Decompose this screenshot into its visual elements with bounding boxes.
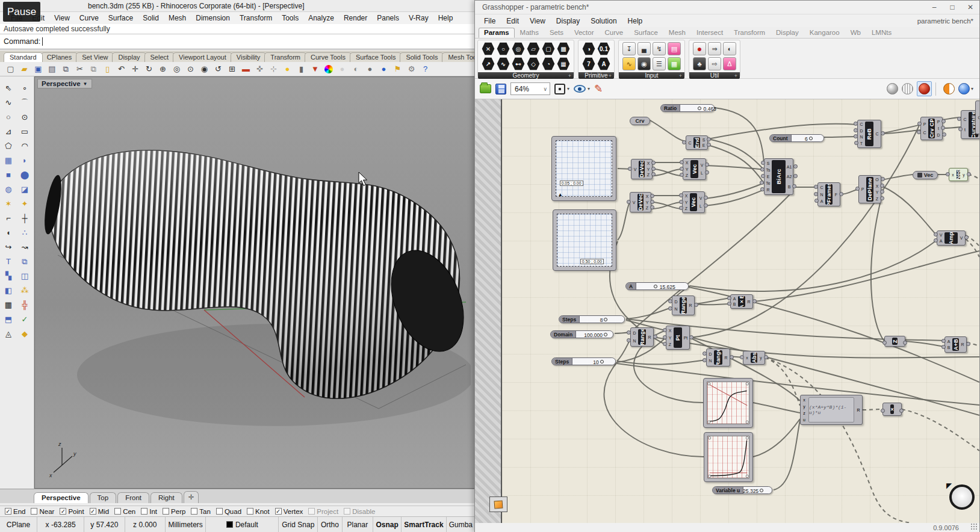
osnap-tan[interactable]: Tan — [191, 508, 211, 515]
surface-blend-icon[interactable]: ◗ — [17, 153, 33, 167]
status-osnap[interactable]: Osnap — [373, 517, 402, 532]
osnap-end[interactable]: ✓End — [5, 508, 25, 515]
gh-menu-display[interactable]: Display — [551, 16, 585, 26]
surface-cp-icon[interactable]: ▦ — [1, 153, 16, 167]
aids-icon[interactable]: ✜ — [254, 63, 265, 75]
circle-icon[interactable]: ○ — [1, 110, 16, 124]
polygon-icon[interactable]: ⬠ — [1, 139, 16, 153]
gh-tab-maths[interactable]: Maths — [515, 28, 544, 38]
gear-icon[interactable]: ⚙ — [406, 63, 417, 75]
graph-plot[interactable] — [707, 436, 749, 478]
zoom-focus-icon[interactable] — [554, 84, 565, 94]
solid-tools-icon[interactable]: ◧ — [1, 283, 16, 297]
expand-icon[interactable]: + — [609, 73, 612, 79]
negative[interactable]: xNegy — [949, 168, 968, 181]
perspective-viewport[interactable]: Perspective▼ — [34, 76, 476, 489]
relay-icon[interactable]: ⇒ — [708, 42, 721, 55]
rotate-icon[interactable]: ↺ — [212, 63, 224, 75]
range-3[interactable]: DNRangeR — [706, 348, 730, 367]
viewport-title[interactable]: Perspective▼ — [37, 79, 92, 88]
status-default[interactable]: Default — [206, 517, 279, 532]
gh-tab-curve[interactable]: Curve — [600, 28, 629, 38]
toolbar-tab-mesh-tools[interactable]: Mesh Tools — [442, 52, 476, 62]
slider-track[interactable]: 100.000 — [576, 331, 613, 338]
lamp-icon[interactable]: ● — [282, 63, 293, 75]
menu-transform[interactable]: Transform — [235, 13, 277, 23]
gh-menu-edit[interactable]: Edit — [501, 16, 524, 26]
vector-xyz-2[interactable]: XYZVecVL — [682, 191, 705, 213]
domain-slider[interactable]: Domain100.000 — [550, 330, 613, 338]
pan-icon[interactable]: ✛ — [129, 63, 141, 75]
point-icon[interactable]: ∘ — [17, 81, 33, 95]
viewport-tab-front[interactable]: Front — [117, 492, 149, 503]
toolbar-tab-transform[interactable]: Transform — [264, 52, 306, 62]
addition[interactable]: ABA+BR — [944, 336, 967, 353]
toolbar-tab-set-view[interactable]: Set View — [76, 52, 114, 62]
layout-icon[interactable]: ▚ — [1, 269, 16, 283]
zoom-level-select[interactable]: 64%∨ — [510, 82, 550, 95]
deconstruct-vector-1[interactable]: VDeVecXYZ — [631, 159, 653, 179]
flask-icon[interactable]: Δ — [723, 57, 736, 70]
meshbox-param-icon[interactable]: ▩ — [557, 42, 570, 55]
slider-track[interactable]: 15.625 — [636, 283, 688, 289]
curve-param-icon[interactable]: ∿ — [497, 57, 510, 70]
vector-xyz-1[interactable]: XYZVecVL — [683, 158, 706, 180]
copy-file-icon[interactable]: ⧉ — [60, 63, 72, 75]
checkbox-vertex[interactable]: ✓ — [275, 508, 282, 515]
viewport-tab-right[interactable]: Right — [150, 492, 182, 503]
paste-icon[interactable]: ▯ — [102, 63, 113, 75]
rectangle-icon[interactable]: ▭ — [17, 125, 33, 138]
range-2[interactable]: DNRangeR — [630, 327, 654, 347]
slider-knob[interactable] — [604, 318, 607, 321]
save-icon[interactable]: ▣ — [33, 63, 44, 75]
expand-icon[interactable]: + — [734, 73, 737, 79]
surface-twist-icon[interactable]: ◪ — [17, 182, 33, 196]
integer-param-icon[interactable]: 7 — [582, 57, 595, 70]
steps-slider-1[interactable]: Steps8 — [559, 315, 625, 323]
slider-input-icon[interactable]: ↧ — [622, 42, 636, 55]
slider-track[interactable]: 8 — [580, 316, 624, 323]
expression[interactable]: xyzu(x*A+y*B)*(1-u)*uR — [800, 395, 863, 425]
gh-tab-transform[interactable]: Transform — [728, 28, 771, 38]
end-points[interactable]: CEndSE — [686, 135, 708, 150]
box-icon[interactable]: ■ — [1, 168, 16, 182]
steps-slider-2[interactable]: Steps10 — [551, 357, 616, 365]
gradient-input-icon[interactable]: ▤ — [668, 42, 681, 55]
checkbox-cen[interactable] — [114, 508, 121, 515]
construct-point[interactable]: XYZPtPt — [666, 326, 690, 350]
sphere-blue-icon[interactable]: ● — [378, 63, 389, 75]
unit-z[interactable]: Z — [884, 336, 905, 347]
amplitude[interactable]: VAAmpV — [937, 230, 966, 246]
menu-solid[interactable]: Solid — [138, 13, 164, 23]
sphere-dark-icon[interactable]: ● — [364, 63, 376, 75]
multiplication[interactable]: ABA×BR — [730, 294, 753, 309]
split-icon[interactable]: ┼ — [17, 211, 33, 225]
polyline-icon[interactable]: ⊿ — [1, 125, 16, 138]
cherry-picker-icon[interactable]: ● — [693, 42, 706, 55]
circle-param-icon[interactable]: ○ — [497, 42, 510, 55]
checkbox-quad[interactable] — [216, 508, 223, 515]
sphere-icon[interactable]: ⬤ — [17, 168, 33, 182]
status-cplane[interactable]: CPlane — [0, 517, 37, 532]
canvas-compass-widget[interactable] — [949, 484, 975, 510]
lock-icon[interactable]: ▮ — [296, 63, 307, 75]
menu-view[interactable]: View — [49, 13, 75, 23]
toolbar-tab-standard[interactable]: Standard — [4, 52, 43, 62]
range-1[interactable]: DNRangeR — [672, 295, 695, 315]
expand-icon[interactable]: + — [679, 73, 682, 79]
sketch-pencil-icon[interactable]: ✎ — [594, 82, 603, 95]
toolbar-tab-select[interactable]: Select — [144, 52, 175, 62]
osnap-quad[interactable]: Quad — [216, 508, 241, 515]
gh-menu-file[interactable]: File — [479, 16, 501, 26]
graph-mapper-1[interactable] — [703, 378, 753, 428]
plane-param-icon[interactable]: ▱ — [527, 42, 540, 55]
osnap-int[interactable]: Int — [141, 508, 157, 515]
diamond-param-icon[interactable]: ◇ — [527, 57, 540, 70]
checkbox-tan[interactable] — [191, 508, 197, 515]
deconstruct-vector-2[interactable]: VDeVecXYZ — [630, 192, 651, 212]
open-document-icon[interactable] — [480, 84, 491, 93]
perp-frames[interactable]: CNAPFramesF — [817, 182, 840, 206]
copy-icon[interactable]: ⧉ — [88, 63, 99, 75]
toolbar-tab-display[interactable]: Display — [112, 52, 146, 62]
deconstruct-plane[interactable]: PDePlaneOXYZ — [858, 175, 881, 203]
